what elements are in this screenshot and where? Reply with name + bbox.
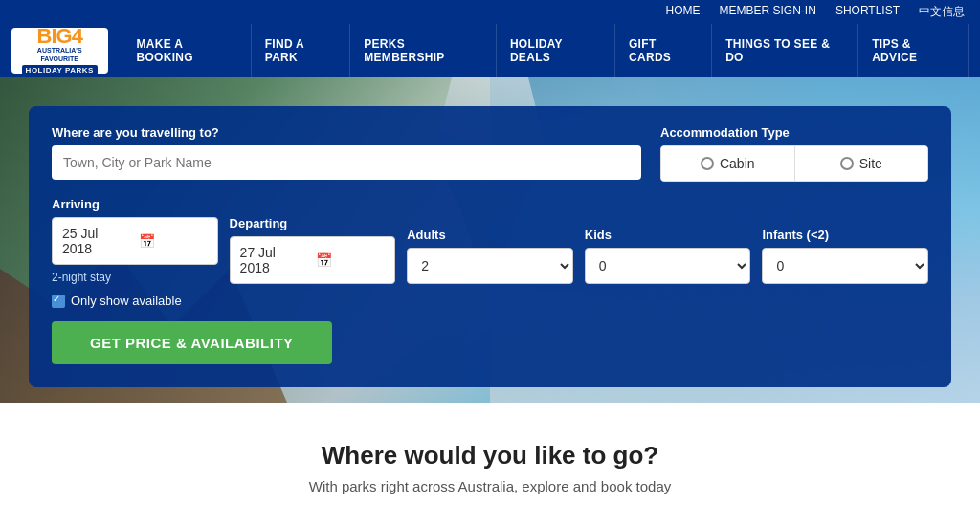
- bottom-subtext: With parks right across Australia, explo…: [19, 478, 961, 494]
- nav-deals[interactable]: HOLIDAY DEALS: [497, 24, 615, 77]
- bottom-section: Where would you like to go? With parks r…: [0, 403, 980, 525]
- departing-label: Departing: [230, 216, 396, 230]
- site-option[interactable]: Site: [794, 146, 928, 181]
- departing-group: Departing 27 Jul 2018 📅: [230, 216, 396, 284]
- kids-group: Kids 0 1 2 3: [585, 228, 751, 284]
- accom-section: Accommodation Type Cabin Site: [660, 125, 928, 182]
- only-available-label: Only show available: [71, 294, 182, 308]
- nav-make-booking[interactable]: MAKE A BOOKING: [123, 24, 252, 77]
- where-input[interactable]: [52, 145, 641, 180]
- arriving-value: 25 Jul 2018: [62, 226, 131, 256]
- cabin-option[interactable]: Cabin: [661, 146, 794, 181]
- kids-select[interactable]: 0 1 2 3: [585, 248, 751, 284]
- search-row-1: Where are you travelling to? Accommodati…: [52, 125, 928, 182]
- adults-select[interactable]: 1 2 3 4 5: [407, 248, 573, 284]
- logo-holiday: HOLIDAY PARKS: [22, 65, 98, 76]
- main-nav: BIG4 AUSTRALIA'S FAVOURITE HOLIDAY PARKS…: [0, 24, 980, 77]
- logo-subtitle: AUSTRALIA'S FAVOURITE: [19, 47, 100, 63]
- calendar-icon-arriving: 📅: [139, 233, 208, 249]
- nav-perks[interactable]: PERKS MEMBERSHIP: [350, 24, 497, 77]
- logo-four: 4: [72, 24, 82, 48]
- departing-input[interactable]: 27 Jul 2018 📅: [230, 236, 396, 284]
- top-nav: HOME MEMBER SIGN-IN SHORTLIST 中文信息: [0, 0, 980, 24]
- nav-links: MAKE A BOOKING FIND A PARK PERKS MEMBERS…: [123, 24, 969, 77]
- cabin-radio: [701, 157, 714, 170]
- night-stay-text: 2-night stay: [52, 271, 218, 284]
- top-nav-home[interactable]: HOME: [666, 4, 701, 20]
- arriving-group: Arriving 25 Jul 2018 📅 2-night stay: [52, 197, 218, 284]
- top-nav-chinese[interactable]: 中文信息: [919, 4, 965, 20]
- search-box: Where are you travelling to? Accommodati…: [29, 106, 951, 387]
- bottom-heading: Where would you like to go?: [19, 441, 961, 470]
- kids-label: Kids: [585, 228, 751, 242]
- infants-select[interactable]: 0 1 2: [762, 248, 928, 284]
- arriving-label: Arriving: [52, 197, 218, 211]
- infants-label: Infants (<2): [762, 228, 928, 242]
- logo-big: BIG: [37, 24, 72, 48]
- nav-things-to-see[interactable]: THINGS TO SEE & DO: [712, 24, 858, 77]
- nav-gift-cards[interactable]: GIFT CARDS: [615, 24, 712, 77]
- nav-tips[interactable]: TIPS & ADVICE: [858, 24, 969, 77]
- calendar-icon-departing: 📅: [316, 252, 385, 268]
- where-section: Where are you travelling to?: [52, 125, 641, 180]
- get-price-button[interactable]: GET PRICE & AVAILABILITY: [52, 321, 332, 364]
- hero: Where are you travelling to? Accommodati…: [0, 77, 980, 403]
- site-label: Site: [859, 156, 882, 171]
- only-available-row: Only show available: [52, 294, 928, 308]
- nav-find-park[interactable]: FIND A PARK: [252, 24, 351, 77]
- accom-type-box: Cabin Site: [660, 145, 928, 182]
- adults-group: Adults 1 2 3 4 5: [407, 228, 573, 284]
- where-label: Where are you travelling to?: [52, 125, 641, 140]
- top-nav-shortlist[interactable]: SHORTLIST: [835, 4, 900, 20]
- infants-group: Infants (<2) 0 1 2: [762, 228, 928, 284]
- accom-label: Accommodation Type: [660, 125, 928, 140]
- cabin-label: Cabin: [720, 156, 755, 171]
- top-nav-signin[interactable]: MEMBER SIGN-IN: [720, 4, 816, 20]
- site-radio: [840, 157, 854, 170]
- departing-value: 27 Jul 2018: [240, 245, 309, 275]
- search-row-2: Arriving 25 Jul 2018 📅 2-night stay Depa…: [52, 197, 928, 284]
- arriving-input[interactable]: 25 Jul 2018 📅: [52, 217, 218, 265]
- logo-text: BIG4: [37, 26, 82, 47]
- adults-label: Adults: [407, 228, 573, 242]
- only-available-checkbox[interactable]: [52, 295, 65, 308]
- logo[interactable]: BIG4 AUSTRALIA'S FAVOURITE HOLIDAY PARKS: [11, 28, 108, 74]
